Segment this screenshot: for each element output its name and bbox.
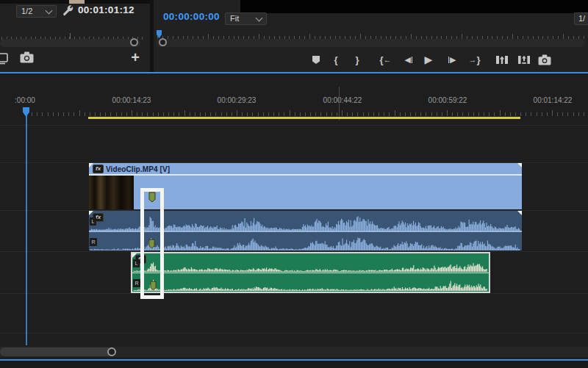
waveform-right — [134, 274, 487, 291]
ruler-label: 00:01:14:22 — [534, 96, 573, 104]
extract-button[interactable] — [516, 51, 532, 68]
step-forward-button[interactable]: ▶ — [444, 51, 460, 68]
program-resolution-value: 1/ — [578, 13, 585, 24]
source-zoom-scrollbar[interactable] — [0, 39, 140, 47]
program-zoom-scrollbar[interactable] — [156, 39, 585, 47]
ruler-label: 00:00:59:22 — [429, 96, 467, 104]
timeline-scrollbar-thumb[interactable] — [0, 347, 112, 356]
track-divider — [0, 125, 588, 126]
mark-out-button[interactable]: } — [352, 51, 362, 68]
step-back-button[interactable]: ◀ — [401, 51, 417, 68]
ruler-label: 00:00:14:23 — [112, 96, 151, 104]
clip-corner-notch — [89, 211, 93, 215]
settings-wrench-icon[interactable] — [62, 4, 74, 17]
channel-left-badge: L — [90, 217, 96, 226]
step-forward-triangle-icon: ▶ — [450, 55, 456, 65]
video-clip-name: VideoClip.MP4 [V] — [106, 165, 170, 173]
chevron-down-icon — [46, 7, 53, 14]
marker-icon — [312, 55, 320, 65]
channel-right-badge: R — [133, 279, 140, 287]
fx-badge: fx — [93, 165, 104, 173]
ruler-label: 00:00:44:22 — [323, 96, 362, 104]
program-resolution-dropdown-partial[interactable]: 1/ — [574, 12, 588, 25]
work-area-bar[interactable] — [88, 117, 520, 119]
fit-value: Fit — [230, 13, 239, 24]
music-clip-selected[interactable]: fx L R — [131, 252, 490, 293]
step-forward-bar — [448, 57, 450, 63]
export-frame-partial-icon[interactable] — [0, 52, 10, 65]
source-timecode: 00:01:01:12 — [78, 4, 135, 15]
channel-right-badge: R — [90, 238, 97, 246]
clip-corner-notch — [89, 163, 93, 167]
waveform-left — [134, 254, 487, 272]
go-to-out-button[interactable]: → } — [465, 51, 484, 68]
right-arrow-icon: → — [468, 55, 476, 64]
channel-divider — [132, 273, 489, 274]
annotation-highlight-rectangle — [140, 188, 164, 299]
program-timecode: 00:00:00:00 — [163, 11, 220, 22]
program-zoom-handle[interactable] — [159, 38, 167, 46]
panel-divider[interactable] — [150, 0, 154, 72]
camera-icon — [538, 54, 551, 65]
chevron-down-icon — [256, 14, 263, 21]
extract-icon — [517, 55, 531, 65]
source-resolution-dropdown[interactable]: 1/2 — [16, 5, 57, 18]
premiere-workspace: 1/2 00:01:01:12 + 00:00:00:00 Fit — [0, 0, 588, 368]
source-zoom-handle[interactable] — [130, 38, 138, 46]
play-button[interactable]: ▶ — [422, 51, 435, 68]
track-divider — [0, 333, 588, 333]
timeline-scrollbar-handle[interactable] — [107, 347, 116, 356]
clip-corner-notch — [132, 253, 137, 258]
add-marker-button[interactable] — [309, 51, 323, 68]
source-camera-icon[interactable] — [20, 51, 34, 63]
fit-dropdown[interactable]: Fit — [225, 12, 267, 25]
ruler-label: :00:00 — [15, 96, 35, 104]
source-resolution-value: 1/2 — [21, 6, 32, 17]
clip-corner-notch — [517, 211, 522, 215]
video-thumbnail — [89, 176, 134, 209]
lift-icon — [495, 55, 509, 65]
step-back-bar — [412, 57, 413, 63]
program-zoom-ruler[interactable] — [156, 32, 587, 39]
timeline-ruler[interactable] — [0, 109, 588, 116]
footer-strip — [0, 361, 588, 368]
ruler-label: 00:00:29:23 — [218, 96, 257, 104]
program-video-edge — [240, 0, 588, 13]
add-button[interactable]: + — [127, 48, 143, 66]
export-frame-camera-button[interactable] — [537, 51, 553, 68]
track-divider — [0, 293, 588, 294]
channel-left-badge: L — [133, 259, 140, 267]
lift-button[interactable] — [494, 51, 510, 68]
playhead-line[interactable] — [26, 107, 27, 345]
source-video-fragment — [69, 0, 85, 4]
mark-in-button[interactable]: { — [331, 51, 341, 68]
step-back-triangle-icon: ◀ — [405, 55, 411, 65]
left-arrow-icon: ← — [384, 55, 391, 64]
go-to-in-brace: { — [379, 54, 382, 65]
go-to-out-brace: } — [476, 54, 479, 65]
clip-corner-notch — [517, 163, 522, 167]
go-to-in-button[interactable]: { ← — [376, 51, 395, 68]
